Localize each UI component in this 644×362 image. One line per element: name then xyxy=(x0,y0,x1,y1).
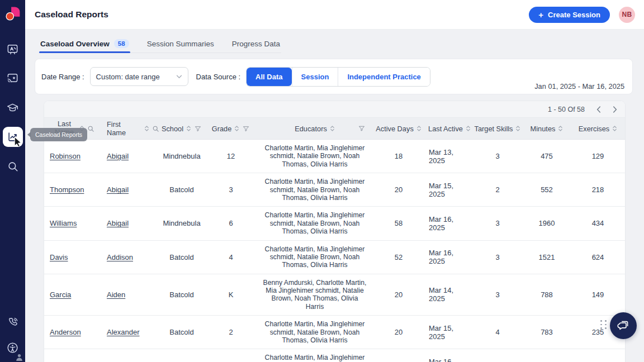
first_name-link[interactable]: Addison xyxy=(107,253,133,261)
sort-icon[interactable] xyxy=(466,125,471,132)
sort-icon[interactable] xyxy=(612,125,617,132)
cell-educators: Charlotte Martin, Mia Jinglehimer schmid… xyxy=(259,140,371,173)
cell-first_name: Andrew xyxy=(102,349,160,362)
cell-last_name: Robinson xyxy=(44,140,102,173)
whiteboard-icon[interactable] xyxy=(6,43,19,56)
last_name-link[interactable]: Thompson xyxy=(50,185,84,194)
accessibility-icon[interactable] xyxy=(6,341,19,354)
tab-session-summaries[interactable]: Session Summaries xyxy=(146,33,215,53)
caseload-reports-icon[interactable] xyxy=(3,127,23,147)
educators-text: Charlotte Martin, Mia Jinglehimer schmid… xyxy=(262,144,368,168)
search-icon[interactable] xyxy=(87,125,94,132)
tab-progress-data[interactable]: Progress Data xyxy=(231,33,281,53)
cell-last_name: Garcia xyxy=(44,274,102,316)
column-header-exercises[interactable]: Exercises xyxy=(571,118,625,139)
column-header-active_days[interactable]: Active Days xyxy=(371,118,427,139)
last_name-link[interactable]: Robinson xyxy=(50,152,80,160)
search-icon[interactable] xyxy=(6,160,19,173)
cell-exercises: 624 xyxy=(571,241,625,274)
cell-minutes: 539 xyxy=(523,349,571,362)
data-source-all-data[interactable]: All Data xyxy=(247,68,291,86)
main-area: Caseload Reports + Create Session NB Cas… xyxy=(25,0,644,362)
last_name-link[interactable]: Anderson xyxy=(50,328,81,336)
tab-count-badge: 58 xyxy=(114,39,129,48)
cell-target_skills: 3 xyxy=(472,140,523,173)
educators-text: Charlotte Martin, Mia Jinglehimer schmid… xyxy=(262,354,368,362)
column-header-grade[interactable]: Grade xyxy=(203,118,259,139)
cell-minutes: 552 xyxy=(523,173,571,206)
cell-exercises: 434 xyxy=(571,207,625,240)
cell-target_skills: 4 xyxy=(472,316,523,349)
cell-educators: Charlotte Martin, Mia Jinglehimer schmid… xyxy=(259,349,371,362)
first_name-link[interactable]: Abigail xyxy=(107,152,129,160)
sort-icon[interactable] xyxy=(186,125,191,132)
cell-school: Batcold xyxy=(160,316,203,349)
sort-icon[interactable] xyxy=(515,125,520,132)
sort-icon[interactable] xyxy=(416,125,422,132)
column-header-educators[interactable]: Educators xyxy=(259,118,371,139)
cell-last_active: Mar 15, 2025 xyxy=(427,173,472,206)
app-logo[interactable] xyxy=(2,3,23,26)
cell-minutes: 783 xyxy=(523,316,571,349)
app-root: Caseload Reports + Create Session NB Cas… xyxy=(0,0,644,362)
table-body: RobinsonAbigailMindnebula12Charlotte Mar… xyxy=(44,140,625,362)
support-phone-icon[interactable] xyxy=(6,316,19,328)
cell-first_name: Alexander xyxy=(102,316,160,349)
cell-school: Mindnebula xyxy=(160,207,203,240)
cell-educators: Charlotte Martin, Mia Jinglehimer schmid… xyxy=(259,316,371,349)
user-avatar[interactable]: NB xyxy=(619,7,635,23)
cell-educators: Charlotte Martin, Mia Jinglehimer schmid… xyxy=(259,241,371,274)
table-header-row: Last NameFirst NameSchoolGradeEducatorsA… xyxy=(44,118,625,140)
first_name-link[interactable]: Abigail xyxy=(107,185,129,194)
table-row: WilliamsAbigailMindnebula6Charlotte Mart… xyxy=(44,207,625,240)
sort-icon[interactable] xyxy=(558,125,563,132)
chat-button[interactable] xyxy=(610,312,637,339)
cell-active_days: 58 xyxy=(371,207,427,240)
educators-text: Charlotte Martin, Mia Jinglehimer schmid… xyxy=(262,245,368,269)
column-header-last_active[interactable]: Last Active xyxy=(427,118,472,139)
last_name-link[interactable]: Davis xyxy=(50,253,68,261)
column-header-target_skills[interactable]: Target Skills xyxy=(472,118,523,139)
search-icon[interactable] xyxy=(152,125,159,132)
column-header-school[interactable]: School xyxy=(160,118,203,139)
date-range-label: Date Range : xyxy=(41,73,84,81)
screencast-icon[interactable] xyxy=(6,72,19,85)
table-row: GarciaAidenBatcoldKBenny Amdurski, Charl… xyxy=(44,274,625,316)
tab-caseload-overview[interactable]: Caseload Overview58 xyxy=(39,33,130,53)
column-header-first_name[interactable]: First Name xyxy=(102,118,160,139)
data-source-independent-practice[interactable]: Independent Practice xyxy=(338,68,429,86)
cell-last_name: Castañeda xyxy=(44,349,102,362)
sort-icon[interactable] xyxy=(234,125,239,132)
filter-icon[interactable] xyxy=(194,125,202,132)
column-header-minutes[interactable]: Minutes xyxy=(523,118,571,139)
cell-last_active: Mar 15, 2025 xyxy=(427,316,472,349)
filter-icon[interactable] xyxy=(242,125,250,132)
last_name-link[interactable]: Garcia xyxy=(50,290,71,299)
filter-icon[interactable] xyxy=(358,125,366,132)
cell-grade: 4 xyxy=(203,241,259,274)
column-label: School xyxy=(162,125,183,133)
sort-icon[interactable] xyxy=(330,125,335,132)
cell-active_days: 20 xyxy=(371,316,427,349)
first_name-link[interactable]: Alexander xyxy=(107,328,140,336)
cell-school: Mindnebula xyxy=(160,349,203,362)
cell-minutes: 475 xyxy=(523,140,571,173)
first_name-link[interactable]: Abigail xyxy=(107,219,129,227)
cell-first_name: Aiden xyxy=(102,274,160,316)
cell-last_active: Mar 14, 2025 xyxy=(427,274,472,316)
sidebar xyxy=(0,0,25,362)
data-source-session[interactable]: Session xyxy=(292,68,338,86)
education-cap-icon[interactable] xyxy=(6,101,19,114)
cell-active_days: 52 xyxy=(371,241,427,274)
drag-handle[interactable] xyxy=(600,320,607,329)
first_name-link[interactable]: Aiden xyxy=(107,290,125,299)
sort-icon[interactable] xyxy=(144,125,149,132)
table-row: AndersonAlexanderBatcold2Charlotte Marti… xyxy=(44,316,625,349)
prev-page-icon[interactable] xyxy=(596,106,601,113)
last_name-link[interactable]: Williams xyxy=(50,219,77,227)
filter-bar: Date Range : Custom: date range Data Sou… xyxy=(35,59,633,94)
date-range-value: Custom: date range xyxy=(96,73,160,81)
next-page-icon[interactable] xyxy=(613,106,617,113)
create-session-button[interactable]: + Create Session xyxy=(529,7,610,23)
date-range-select[interactable]: Custom: date range xyxy=(90,67,188,86)
